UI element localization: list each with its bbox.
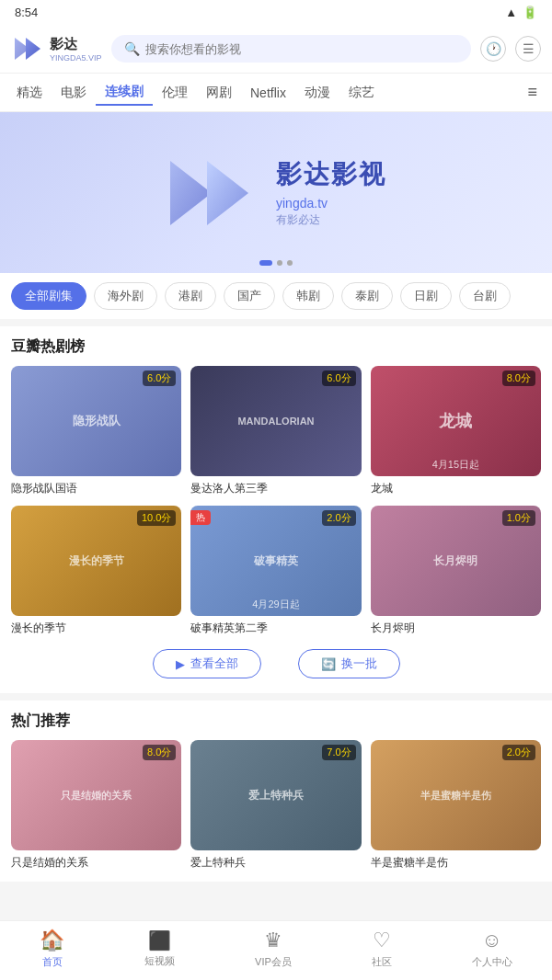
- short-video-icon: ⬛: [148, 929, 171, 952]
- home-icon: 🏠: [40, 929, 64, 952]
- banner-tag: 有影必达: [276, 212, 386, 228]
- view-all-label: 查看全部: [190, 655, 238, 672]
- movie-thumb-3: 龙城 8.0分 4月15日起: [371, 366, 541, 476]
- hot-thumb-1: 只是结婚的关系 8.0分: [11, 740, 181, 850]
- logo-text: 影达 YINGDA5.VIP: [50, 36, 102, 63]
- hot-thumb-2: 爱上特种兵 7.0分: [190, 740, 361, 850]
- banner-title: 影达影视: [276, 157, 386, 192]
- movie-title-6: 长月烬明: [371, 621, 541, 636]
- banner-logo-svg: [166, 152, 258, 234]
- douban-section: 豆瓣热剧榜 隐形战队 6.0分 隐形战队国语 MANDALORIAN 6.0分 …: [0, 326, 552, 693]
- movie-thumb-5: 破事精英 2.0分 热 4月29日起: [190, 506, 361, 616]
- movie-score-1: 6.0分: [143, 370, 176, 386]
- menu-icon[interactable]: ☰: [515, 36, 541, 62]
- filter-all[interactable]: 全部剧集: [11, 282, 86, 310]
- tab-lunli[interactable]: 伦理: [153, 81, 197, 105]
- hot-movie-grid: 只是结婚的关系 8.0分 只是结婚的关系 爱上特种兵 7.0分 爱上特种兵 半是…: [11, 740, 541, 871]
- banner-content: 影达影视 yingda.tv 有影必达: [166, 152, 386, 234]
- play-icon: ▶: [176, 657, 185, 671]
- movie-thumb-6: 长月烬明 1.0分: [371, 506, 541, 616]
- hot-section-title: 热门推荐: [11, 712, 541, 731]
- douban-section-title: 豆瓣热剧榜: [11, 337, 541, 357]
- banner-subtitle: yingda.tv: [276, 196, 386, 211]
- douban-movie-grid: 隐形战队 6.0分 隐形战队国语 MANDALORIAN 6.0分 曼达洛人第三…: [11, 366, 541, 636]
- svg-marker-1: [26, 38, 40, 60]
- history-icon[interactable]: 🕐: [480, 36, 506, 62]
- nav-more-menu[interactable]: ≡: [520, 79, 545, 106]
- nav-profile[interactable]: ☺ 个人中心: [472, 929, 512, 969]
- tab-jingxuan[interactable]: 精选: [7, 81, 52, 105]
- status-time: 8:54: [15, 6, 38, 19]
- tab-dianying[interactable]: 电影: [52, 81, 96, 105]
- nav-tabs: 精选 电影 连续剧 伦理 网剧 Netflix 动漫 综艺 ≡: [0, 74, 552, 112]
- short-video-label: 短视频: [144, 954, 175, 968]
- hot-title-3: 半是蜜糖半是伤: [371, 855, 541, 871]
- filter-korean[interactable]: 韩剧: [282, 282, 334, 310]
- filter-taiwan[interactable]: 台剧: [459, 282, 511, 310]
- tab-lianju[interactable]: 连续剧: [96, 80, 153, 106]
- dot-3: [287, 260, 293, 266]
- search-input[interactable]: [145, 42, 458, 56]
- nav-community[interactable]: ♡ 社区: [372, 929, 392, 969]
- hot-card-1[interactable]: 只是结婚的关系 8.0分 只是结婚的关系: [11, 740, 181, 871]
- vip-label: VIP会员: [255, 955, 292, 969]
- community-label: 社区: [372, 955, 392, 969]
- header-icons: 🕐 ☰: [480, 36, 541, 62]
- movie-score-6: 1.0分: [502, 510, 535, 526]
- nav-vip[interactable]: ♛ VIP会员: [255, 929, 292, 969]
- hot-score-2: 7.0分: [322, 745, 355, 760]
- bottom-nav: 🏠 首页 ⬛ 短视频 ♛ VIP会员 ♡ 社区 ☺ 个人中心: [0, 920, 552, 980]
- logo-sub: YINGDA5.VIP: [50, 53, 102, 63]
- movie-card-5[interactable]: 破事精英 2.0分 热 4月29日起 破事精英第二季: [190, 506, 361, 636]
- hot-title-1: 只是结婚的关系: [11, 855, 181, 871]
- profile-label: 个人中心: [472, 955, 512, 969]
- movie-thumb-4: 漫长的季节 10.0分: [11, 506, 181, 616]
- movie-score-4: 10.0分: [137, 510, 176, 526]
- movie-card-3[interactable]: 龙城 8.0分 4月15日起 龙城: [371, 366, 541, 496]
- movie-score-5: 2.0分: [322, 510, 355, 526]
- status-bar: 8:54 ▲ 🔋: [0, 0, 552, 25]
- hot-thumb-3: 半是蜜糖半是伤 2.0分: [371, 740, 541, 850]
- hot-card-3[interactable]: 半是蜜糖半是伤 2.0分 半是蜜糖半是伤: [371, 740, 541, 871]
- filter-tags: 全部剧集 海外剧 港剧 国产 韩剧 泰剧 日剧 台剧: [0, 273, 552, 319]
- search-icon: 🔍: [124, 41, 140, 56]
- wifi-icon: ▲: [505, 6, 517, 19]
- hot-card-2[interactable]: 爱上特种兵 7.0分 爱上特种兵: [190, 740, 361, 871]
- filter-thai[interactable]: 泰剧: [341, 282, 393, 310]
- filter-hk[interactable]: 港剧: [165, 282, 216, 310]
- movie-card-1[interactable]: 隐形战队 6.0分 隐形战队国语: [11, 366, 181, 496]
- tab-dongman[interactable]: 动漫: [295, 81, 339, 105]
- dot-1: [259, 260, 272, 266]
- movie-badge-5: 热: [190, 510, 211, 525]
- filter-domestic[interactable]: 国产: [224, 282, 275, 310]
- hot-title-2: 爱上特种兵: [190, 855, 361, 871]
- community-icon: ♡: [373, 929, 391, 952]
- banner-dots: [259, 260, 293, 266]
- battery-icon: 🔋: [523, 6, 537, 19]
- movie-card-4[interactable]: 漫长的季节 10.0分 漫长的季节: [11, 506, 181, 636]
- nav-home[interactable]: 🏠 首页: [40, 929, 64, 969]
- filter-japanese[interactable]: 日剧: [400, 282, 452, 310]
- home-label: 首页: [42, 955, 63, 969]
- movie-card-6[interactable]: 长月烬明 1.0分 长月烬明: [371, 506, 541, 636]
- movie-card-2[interactable]: MANDALORIAN 6.0分 曼达洛人第三季: [190, 366, 361, 496]
- nav-short-video[interactable]: ⬛ 短视频: [144, 929, 175, 968]
- refresh-button[interactable]: 🔄 换一批: [298, 649, 400, 678]
- logo-main: 影达: [50, 36, 102, 53]
- dot-2: [277, 260, 282, 266]
- movie-title-4: 漫长的季节: [11, 621, 181, 636]
- movie-score-3: 8.0分: [502, 370, 535, 386]
- logo-icon: [11, 32, 44, 65]
- svg-marker-3: [207, 161, 248, 225]
- search-bar[interactable]: 🔍: [111, 35, 471, 63]
- filter-overseas[interactable]: 海外剧: [94, 282, 157, 310]
- tab-wangju[interactable]: 网剧: [197, 81, 241, 105]
- banner-text: 影达影视 yingda.tv 有影必达: [276, 157, 386, 228]
- refresh-icon: 🔄: [321, 657, 336, 671]
- view-all-button[interactable]: ▶ 查看全部: [153, 649, 261, 678]
- tab-zongyi[interactable]: 综艺: [339, 81, 384, 105]
- banner: 影达影视 yingda.tv 有影必达: [0, 112, 552, 273]
- tab-netflix[interactable]: Netflix: [241, 82, 295, 104]
- header: 影达 YINGDA5.VIP 🔍 🕐 ☰: [0, 25, 552, 74]
- movie-thumb-2: MANDALORIAN 6.0分: [190, 366, 361, 476]
